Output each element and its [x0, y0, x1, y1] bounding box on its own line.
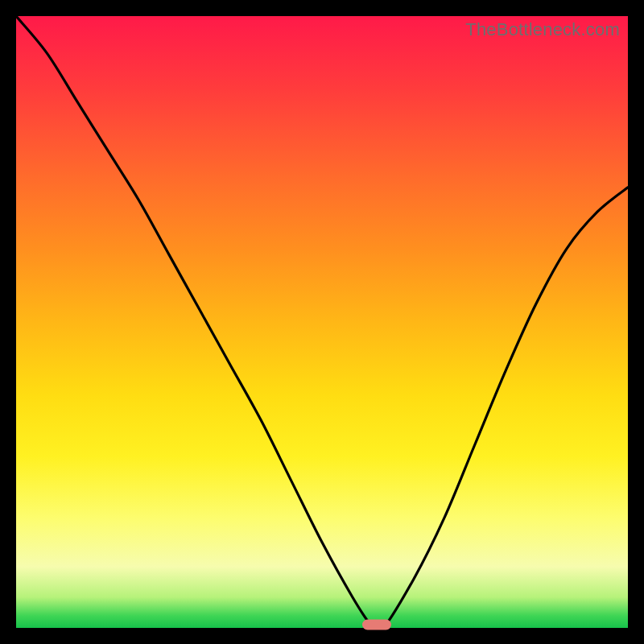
curve-path: [16, 16, 628, 628]
chart-plot-area: TheBottleneck.com: [16, 16, 628, 628]
optimal-point-marker: [362, 620, 391, 630]
bottleneck-curve: [16, 16, 628, 628]
